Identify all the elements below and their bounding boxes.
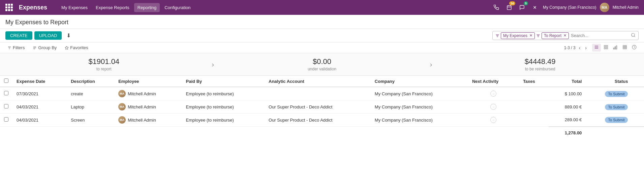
activity-indicator[interactable]: ○ xyxy=(490,91,496,97)
cell-analytic-account: Our Super Product - Deco Addict xyxy=(265,114,371,127)
cell-company: My Company (San Francisco) xyxy=(371,114,468,127)
select-all-header[interactable] xyxy=(0,76,12,87)
row-checkbox-cell[interactable] xyxy=(0,114,12,127)
select-all-checkbox[interactable] xyxy=(4,78,8,83)
download-button[interactable]: ⬇ xyxy=(64,31,73,40)
summary-to-reimburse-label: to be reimbursed xyxy=(436,67,644,71)
col-next-activity[interactable]: Next Activity xyxy=(468,76,519,87)
col-taxes[interactable]: Taxes xyxy=(519,76,549,87)
summary-arrow-2: › xyxy=(426,61,436,68)
cell-total: 889.00 € xyxy=(549,100,586,114)
company-name: My Company (San Francisco) xyxy=(543,5,596,10)
pagination-text: 1-3 / 3 xyxy=(564,45,576,50)
col-more xyxy=(632,76,644,87)
filter-tag-my-expenses-remove[interactable]: ✕ xyxy=(529,33,532,38)
row-checkbox-cell[interactable] xyxy=(0,100,12,114)
cell-analytic-account xyxy=(265,87,371,100)
cell-employee: MA Mitchell Admin xyxy=(114,87,182,100)
svg-rect-0 xyxy=(507,6,511,10)
activity-indicator[interactable]: ○ xyxy=(490,117,496,123)
svg-rect-32 xyxy=(623,45,627,49)
search-icon[interactable] xyxy=(630,31,637,40)
summary-arrow-1: › xyxy=(208,61,218,68)
menu-item-configuration[interactable]: Configuration xyxy=(161,3,194,12)
col-expense-date[interactable]: Expense Date xyxy=(12,76,67,87)
cell-employee: MA Mitchell Admin xyxy=(114,100,182,114)
status-badge[interactable]: To Submit xyxy=(605,117,628,123)
table-row[interactable]: 04/03/2021 Screen MA Mitchell Admin Empl… xyxy=(0,114,644,127)
cell-next-activity[interactable]: ○ xyxy=(468,100,519,114)
cell-status[interactable]: To Submit xyxy=(586,114,632,127)
row-checkbox-cell[interactable] xyxy=(0,87,12,100)
favorites-button[interactable]: Favorites xyxy=(63,44,90,52)
col-total[interactable]: Total xyxy=(549,76,586,87)
cell-more xyxy=(632,87,644,100)
status-badge[interactable]: To Submit xyxy=(605,104,628,110)
menu-item-expense-reports[interactable]: Expense Reports xyxy=(92,3,133,12)
svg-rect-25 xyxy=(604,45,606,47)
row-checkbox[interactable] xyxy=(4,104,8,108)
cell-paid-by: Employee (to reimburse) xyxy=(182,87,265,100)
filter-tag-my-expenses[interactable]: My Expenses ✕ xyxy=(501,32,535,39)
col-status[interactable]: Status xyxy=(586,76,632,87)
cell-more xyxy=(632,114,644,127)
search-input[interactable] xyxy=(569,32,630,39)
cell-taxes xyxy=(519,87,549,100)
cell-next-activity[interactable]: ○ xyxy=(468,87,519,100)
cell-status[interactable]: To Submit xyxy=(586,100,632,114)
app-grid-icon[interactable] xyxy=(5,4,13,11)
control-bar: Filters Group By Favorites 1-3 / 3 ‹ › xyxy=(0,42,644,53)
table-row[interactable]: 04/03/2021 Laptop MA Mitchell Admin Empl… xyxy=(0,100,644,114)
expenses-table: Expense Date Description Employee Paid B… xyxy=(0,76,644,139)
cell-description: Laptop xyxy=(67,100,114,114)
activity-view-button[interactable] xyxy=(630,44,639,52)
col-company[interactable]: Company xyxy=(371,76,468,87)
filter-tag-to-report-label: To Report xyxy=(544,33,561,38)
filter-tag-to-report-remove[interactable]: ✕ xyxy=(563,33,566,38)
col-paid-by[interactable]: Paid By xyxy=(182,76,265,87)
cell-expense-date: 04/03/2021 xyxy=(12,114,67,127)
top-menu: My Expenses Expense Reports Reporting Co… xyxy=(58,3,489,12)
svg-rect-30 xyxy=(615,47,615,49)
col-description[interactable]: Description xyxy=(67,76,114,87)
cell-status[interactable]: To Submit xyxy=(586,87,632,100)
summary-under-validation: $0.00 under validation xyxy=(218,57,426,71)
groupby-button[interactable]: Group By xyxy=(31,44,59,52)
create-button[interactable]: CREATE xyxy=(5,31,32,40)
topnav-right: 34 5 My Company (San Francisco) MA Mitch… xyxy=(492,3,639,12)
phone-icon[interactable] xyxy=(492,3,501,12)
svg-rect-28 xyxy=(606,47,608,49)
table-row[interactable]: 07/30/2021 create MA Mitchell Admin Empl… xyxy=(0,87,644,100)
close-icon[interactable] xyxy=(530,3,540,12)
next-page-button[interactable]: › xyxy=(584,44,588,51)
table-header-row: Expense Date Description Employee Paid B… xyxy=(0,76,644,87)
footer-total: 1,278.00 xyxy=(549,127,586,139)
table-footer-row: 1,278.00 xyxy=(0,127,644,139)
kanban-view-button[interactable] xyxy=(602,44,610,52)
summary-under-validation-label: under validation xyxy=(218,67,426,71)
row-checkbox[interactable] xyxy=(4,117,8,122)
filter-tag-to-report[interactable]: To Report ✕ xyxy=(542,32,569,39)
list-view-button[interactable] xyxy=(592,44,601,52)
chat-badge: 5 xyxy=(524,1,528,5)
cell-next-activity[interactable]: ○ xyxy=(468,114,519,127)
col-employee[interactable]: Employee xyxy=(114,76,182,87)
chat-icon[interactable]: 5 xyxy=(517,3,527,12)
summary-to-report-label: to report xyxy=(0,67,208,71)
filters-button[interactable]: Filters xyxy=(5,44,27,52)
table-view-button[interactable] xyxy=(620,44,629,52)
row-checkbox[interactable] xyxy=(4,91,8,95)
prev-page-button[interactable]: ‹ xyxy=(578,44,582,51)
menu-item-my-expenses[interactable]: My Expenses xyxy=(58,3,91,12)
user-avatar[interactable]: MA xyxy=(600,3,609,12)
chart-view-button[interactable] xyxy=(611,44,620,52)
col-analytic-account[interactable]: Analytic Account xyxy=(265,76,371,87)
menu-item-reporting[interactable]: Reporting xyxy=(134,3,160,12)
activity-indicator[interactable]: ○ xyxy=(490,104,496,110)
upload-button[interactable]: UPLOAD xyxy=(34,31,62,40)
filters-label: Filters xyxy=(13,45,25,50)
calendar-icon[interactable]: 34 xyxy=(504,3,514,12)
cell-company: My Company (San Francisco) xyxy=(371,87,468,100)
status-badge[interactable]: To Submit xyxy=(605,91,628,97)
cell-total: $ 100.00 xyxy=(549,87,586,100)
